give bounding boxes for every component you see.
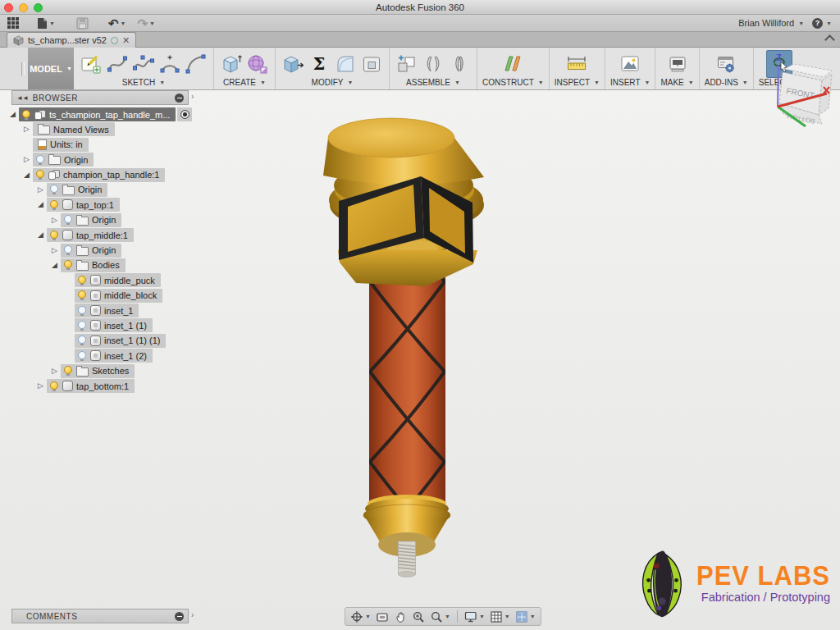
- control-point-spline-button[interactable]: [131, 51, 156, 77]
- ribbon-group-label[interactable]: MAKE▼: [660, 78, 693, 87]
- tree-row[interactable]: ▷tap_bottom:1: [0, 379, 213, 393]
- minimize-window-button[interactable]: [19, 3, 28, 12]
- visibility-bulb-on-icon[interactable]: [50, 231, 58, 239]
- tree-row[interactable]: ▷Sketches: [0, 364, 213, 378]
- visibility-bulb-off-icon[interactable]: [36, 155, 44, 163]
- construct-plane-button[interactable]: [500, 51, 525, 77]
- press-pull-button[interactable]: [281, 51, 305, 77]
- tree-row[interactable]: inset_1: [0, 304, 213, 317]
- close-window-button[interactable]: [4, 3, 13, 12]
- comments-panel-header[interactable]: COMMENTS: [11, 609, 189, 623]
- expand-open-icon[interactable]: ◢: [36, 231, 45, 239]
- visibility-bulb-on-icon[interactable]: [22, 110, 30, 118]
- arc-button[interactable]: [184, 51, 208, 77]
- spline-button[interactable]: [105, 51, 130, 77]
- tree-row[interactable]: ◢ts_champion_tap_handle_m...: [0, 107, 213, 121]
- tree-row[interactable]: ◢Bodies: [0, 258, 213, 272]
- visibility-bulb-off-icon[interactable]: [78, 321, 86, 329]
- scripts-addins-button[interactable]: [714, 51, 738, 77]
- view-cube[interactable]: FRONT BOTTOM Z: [753, 48, 835, 130]
- joint-button[interactable]: [421, 51, 445, 77]
- visibility-bulb-off-icon[interactable]: [78, 336, 86, 344]
- visibility-bulb-off-icon[interactable]: [78, 306, 86, 314]
- ribbon-group-label[interactable]: INSERT▼: [610, 78, 650, 87]
- visibility-bulb-on-icon[interactable]: [78, 276, 86, 284]
- panel-grip[interactable]: ›: [191, 610, 194, 619]
- visibility-bulb-on-icon[interactable]: [64, 366, 72, 374]
- measure-button[interactable]: [564, 51, 589, 77]
- visibility-bulb-on-icon[interactable]: [50, 200, 58, 208]
- ribbon-group-label[interactable]: ADD-INS▼: [705, 78, 748, 87]
- expand-closed-icon[interactable]: ▷: [50, 217, 59, 224]
- undo-button[interactable]: ↶ ▼: [107, 16, 128, 30]
- 3d-viewport[interactable]: FRONT BOTTOM Z ◄◄ BROWSER › ◢ts_champion…: [0, 90, 840, 630]
- three-point-arc-button[interactable]: [158, 51, 182, 77]
- as-built-joint-button[interactable]: [447, 51, 472, 77]
- expand-closed-icon[interactable]: ▷: [36, 186, 45, 194]
- pan-button[interactable]: [392, 609, 409, 624]
- expand-open-icon[interactable]: ◢: [8, 111, 17, 118]
- visibility-bulb-off-icon[interactable]: [64, 215, 72, 223]
- expand-closed-icon[interactable]: ▷: [22, 126, 31, 133]
- tree-row[interactable]: ▷Origin: [0, 183, 213, 197]
- workspace-selector-button[interactable]: MODEL ▼: [28, 48, 74, 89]
- redo-button[interactable]: ↷ ▼: [135, 16, 157, 30]
- tree-row[interactable]: ◢tap_middle:1: [0, 228, 213, 242]
- create-sketch-button[interactable]: [79, 51, 103, 77]
- expand-open-icon[interactable]: ◢: [22, 171, 31, 179]
- visibility-bulb-on-icon[interactable]: [50, 381, 58, 390]
- visibility-bulb-off-icon[interactable]: [50, 185, 58, 193]
- tree-row[interactable]: ◢champion_tap_handle:1: [0, 168, 213, 182]
- visibility-bulb-off-icon[interactable]: [64, 245, 72, 253]
- tree-row[interactable]: Units: in: [0, 138, 213, 152]
- tree-row[interactable]: ▷Origin: [0, 213, 213, 227]
- fillet-button[interactable]: [333, 51, 358, 77]
- document-tab[interactable]: ts_champ...ster v52 ✕: [7, 32, 136, 48]
- tree-row[interactable]: ▷Origin: [0, 153, 213, 167]
- ribbon-group-label[interactable]: INSPECT▼: [555, 78, 600, 87]
- new-box-button[interactable]: [219, 51, 244, 77]
- zoom-button[interactable]: [410, 609, 427, 624]
- zoom-window-button[interactable]: [34, 3, 43, 12]
- orbit-button[interactable]: ▼: [349, 609, 372, 624]
- tree-row[interactable]: middle_block: [0, 289, 213, 303]
- visibility-bulb-on-icon[interactable]: [78, 290, 86, 299]
- tree-row[interactable]: middle_puck: [0, 273, 213, 287]
- viewports-button[interactable]: ▼: [514, 609, 537, 624]
- ribbon-group-label[interactable]: ASSEMBLE▼: [406, 78, 460, 87]
- tree-row[interactable]: inset_1 (1): [0, 318, 213, 332]
- panel-minimize-icon[interactable]: [175, 94, 184, 103]
- activate-component-radio[interactable]: [177, 107, 192, 121]
- tree-row[interactable]: inset_1 (2): [0, 349, 213, 363]
- change-parameters-button[interactable]: Σ: [307, 51, 331, 77]
- tree-row[interactable]: ▷Named Views: [0, 122, 213, 136]
- expand-closed-icon[interactable]: ▷: [50, 247, 59, 254]
- save-button[interactable]: [75, 16, 90, 30]
- tree-row[interactable]: inset_1 (1) (1): [0, 334, 213, 348]
- panel-grip[interactable]: ›: [191, 92, 194, 101]
- grid-settings-button[interactable]: ▼: [488, 609, 512, 624]
- toolbar-grip[interactable]: [21, 62, 25, 75]
- create-form-button[interactable]: [245, 51, 270, 77]
- display-settings-button[interactable]: ▼: [463, 609, 486, 624]
- tab-close-icon[interactable]: ✕: [122, 36, 130, 45]
- tap-handle-model[interactable]: [312, 111, 525, 595]
- file-menu-button[interactable]: ▼: [35, 16, 57, 30]
- ribbon-group-label[interactable]: CONSTRUCT▼: [482, 78, 544, 87]
- insert-image-button[interactable]: [618, 51, 642, 77]
- panel-minimize-icon[interactable]: [175, 612, 184, 621]
- expand-open-icon[interactable]: ◢: [50, 262, 59, 269]
- ribbon-group-label[interactable]: CREATE▼: [223, 78, 266, 87]
- ribbon-group-label[interactable]: MODIFY▼: [312, 78, 354, 87]
- tree-row[interactable]: ▷Origin: [0, 244, 213, 258]
- visibility-bulb-off-icon[interactable]: [78, 351, 86, 359]
- 3d-print-button[interactable]: [665, 51, 690, 77]
- app-grid-button[interactable]: [6, 16, 21, 30]
- toolbar-collapse-chevron-icon[interactable]: [824, 34, 835, 45]
- browser-panel-header[interactable]: ◄◄ BROWSER: [11, 90, 189, 105]
- user-account-button[interactable]: Brian Williford ▼: [738, 18, 804, 28]
- new-component-button[interactable]: [395, 51, 419, 77]
- zoom-window-button[interactable]: ▼: [428, 609, 452, 624]
- expand-open-icon[interactable]: ◢: [36, 201, 45, 208]
- visibility-bulb-on-icon[interactable]: [64, 260, 72, 268]
